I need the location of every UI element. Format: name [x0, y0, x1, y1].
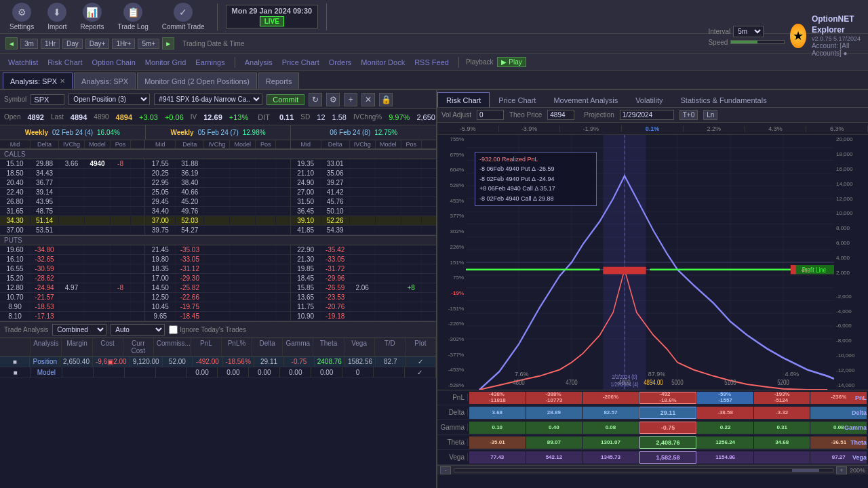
- svg-text:-492: -492: [801, 267, 810, 274]
- import-icon: ⬇: [47, 3, 66, 22]
- puts-table[interactable]: 19.60-34.80 21.45-35.03 22.90-35.42 16.1…: [0, 245, 436, 321]
- table-row: 10.70-21.57 12.50-22.66 13.65-23.53: [0, 293, 436, 302]
- refresh-button[interactable]: ↻: [309, 93, 322, 106]
- period-1hr[interactable]: 1Hr: [41, 39, 60, 49]
- close-small-button[interactable]: ✕: [361, 93, 375, 106]
- tab-statistics[interactable]: Statistics & Fundamentals: [672, 92, 776, 107]
- svg-rect-25: [603, 135, 646, 390]
- y-axis-right: 20,000 18,000 16,000 14,000 12,000 10,00…: [834, 135, 868, 390]
- scroll-thumb[interactable]: [792, 469, 819, 472]
- separator-2: [326, 3, 327, 30]
- sep3: [235, 57, 235, 68]
- svg-text:1/29/2024 (4): 1/29/2024 (4): [610, 381, 638, 388]
- chart-tooltip: -932.00 Realized PnL -8 06Feb 4940 Put Δ…: [475, 152, 597, 206]
- add-button[interactable]: +: [344, 93, 357, 106]
- reports-button[interactable]: 📊 Reports: [76, 1, 108, 32]
- ignore-trades-label: Ignore Today's Trades: [169, 325, 246, 334]
- settings-small-button[interactable]: ⚙: [326, 93, 340, 106]
- period-1hr-plus[interactable]: 1Hr+: [112, 39, 135, 49]
- tab-volatility[interactable]: Volatility: [627, 92, 671, 107]
- table-row-highlight: 34.30 51.14 37.00 52.03 39.10 52.26: [0, 216, 436, 226]
- datetime-display: Mon 29 Jan 2024 09:30 LIVE: [226, 5, 319, 28]
- table-row: 37.0053.51 39.7554.27 41.8554.39: [0, 226, 436, 235]
- strategy-select[interactable]: #941 SPX 16-day Narrow Ca...: [154, 94, 262, 105]
- zoom-out-button[interactable]: -: [440, 466, 451, 474]
- risk-chart-link[interactable]: Risk Chart: [45, 58, 85, 66]
- table-row: 31.6548.75 34.4049.76 36.4550.10: [0, 207, 436, 216]
- period-3m[interactable]: 3m: [20, 39, 38, 49]
- interval-row: Interval 5m 1m 15m: [708, 26, 785, 37]
- symbol-bar: Symbol Open Position (3) #941 SPX 16-day…: [0, 90, 436, 109]
- table-row: 16.55-30.59 18.35-31.12 19.85-31.72: [0, 264, 436, 274]
- delta-bars: 3.68 28.89 82.57 29.11 -38.58 -3.32: [468, 405, 868, 420]
- theo-price-input[interactable]: [547, 110, 574, 120]
- tab-analysis-spx-1[interactable]: Analysis: SPX ✕: [3, 73, 73, 89]
- auto-select[interactable]: Auto Manual: [111, 324, 165, 336]
- commit-trade-button[interactable]: ✓ Commit Trade: [158, 1, 209, 32]
- theta-row: Theta -35.01 89.07 1301.07 2,408.76 1256…: [437, 435, 868, 450]
- greeks-area: PnL -438%-11818 -388%-10773 -206% -492-1…: [437, 390, 868, 488]
- projection-input[interactable]: [620, 110, 674, 120]
- ln-button[interactable]: Ln: [703, 110, 717, 120]
- symbol-input[interactable]: [31, 94, 64, 105]
- commit-button[interactable]: Commit: [267, 94, 304, 105]
- trade-log-icon: 📋: [123, 3, 142, 22]
- tab-analysis-spx-2[interactable]: Analysis: SPX: [74, 73, 136, 89]
- interval-select[interactable]: 5m 1m 15m: [733, 26, 764, 37]
- scroll-track[interactable]: [454, 468, 833, 472]
- price-chart-link[interactable]: Price Chart: [279, 58, 322, 66]
- sep4: [458, 57, 459, 68]
- back-button[interactable]: ◄: [5, 37, 18, 49]
- analysis-table: Analysis Margin Cost Curr Cost Commiss..…: [0, 338, 436, 378]
- chart-controls: Vol Adjust Theo Price Projection T+0 Ln: [437, 108, 868, 123]
- tab-close-1[interactable]: ✕: [60, 77, 65, 85]
- delta-row: Delta 3.68 28.89 82.57 29.11 -38.58 -3.3…: [437, 405, 868, 420]
- analysis-link[interactable]: Analysis: [242, 58, 275, 66]
- period-5m-plus[interactable]: 5m+: [138, 39, 159, 49]
- separator-1: [217, 3, 218, 30]
- rss-feed-link[interactable]: RSS Feed: [412, 58, 452, 66]
- vol-adjust-input[interactable]: [477, 110, 504, 120]
- period-day[interactable]: Day: [62, 39, 83, 49]
- settings-button[interactable]: ⚙ Settings: [5, 1, 38, 32]
- trade-analysis-select[interactable]: Combined Single: [52, 324, 106, 336]
- commit-icon: ✓: [174, 3, 193, 22]
- theta-bars: -35.01 89.07 1301.07 2,408.76 1256.24 34…: [468, 435, 868, 449]
- period-day-plus[interactable]: Day+: [85, 39, 110, 49]
- expiry-header-row: Weekly 02 Feb 24 (4) 16.04% Weekly 05 Fe…: [0, 125, 436, 140]
- tab-risk-chart[interactable]: Risk Chart: [437, 92, 490, 107]
- monitor-grid-link[interactable]: Monitor Grid: [142, 58, 189, 66]
- trade-log-button[interactable]: 📋 Trade Log: [114, 1, 153, 32]
- tab-movement-analysis[interactable]: Movement Analysis: [545, 92, 627, 107]
- pnl-row: PnL -438%-11818 -388%-10773 -206% -492-1…: [437, 390, 868, 405]
- monitor-dock-link[interactable]: Monitor Dock: [358, 58, 408, 66]
- tab-monitor-grid[interactable]: Monitor Grid (2 Open Positions): [137, 73, 257, 89]
- svg-text:4700: 4700: [566, 378, 578, 387]
- analysis-position-row: ■ Position 2,650.40 -9,6▣2.00 9,120.00 5…: [0, 357, 436, 367]
- import-button[interactable]: ⬇ Import: [43, 1, 71, 32]
- svg-text:4894.00: 4894.00: [644, 378, 663, 387]
- open-positions-select[interactable]: Open Position (3): [68, 94, 150, 105]
- svg-text:5000: 5000: [671, 378, 684, 387]
- orders-link[interactable]: Orders: [326, 58, 355, 66]
- tab-reports[interactable]: Reports: [258, 73, 300, 89]
- svg-text:5100: 5100: [724, 378, 736, 387]
- calls-table[interactable]: 15.10 29.88 3.66 4940 -8 17.55 31.88 19.…: [0, 159, 436, 235]
- analysis-header: Analysis Margin Cost Curr Cost Commiss..…: [0, 338, 436, 357]
- play-button[interactable]: ▶ Play: [497, 57, 526, 67]
- watchlist-link[interactable]: Watchlist: [5, 58, 41, 66]
- lock-button[interactable]: 🔒: [379, 93, 393, 106]
- account-area: Interval 5m 1m 15m Speed ★: [732, 0, 868, 71]
- zoom-in-button[interactable]: +: [836, 466, 847, 474]
- tab-bar: Analysis: SPX ✕ Analysis: SPX Monitor Gr…: [0, 71, 868, 90]
- tab-price-chart[interactable]: Price Chart: [490, 92, 545, 107]
- t0-button[interactable]: T+0: [679, 110, 698, 120]
- y-axis-left: 755% 679% 604% 528% 453% 377% 302% 226% …: [437, 135, 466, 390]
- earnings-link[interactable]: Earnings: [193, 58, 227, 66]
- option-chain-link[interactable]: Option Chain: [90, 58, 138, 66]
- ignore-trades-checkbox[interactable]: [169, 325, 178, 334]
- table-row: 12.80-24.94 4.97-8 14.50-25.82 15.85-26.…: [0, 283, 436, 293]
- settings-icon: ⚙: [12, 3, 31, 22]
- table-row: 16.10-32.65 19.80-33.05 21.30-33.05: [0, 255, 436, 264]
- fwd-button[interactable]: ►: [162, 37, 174, 49]
